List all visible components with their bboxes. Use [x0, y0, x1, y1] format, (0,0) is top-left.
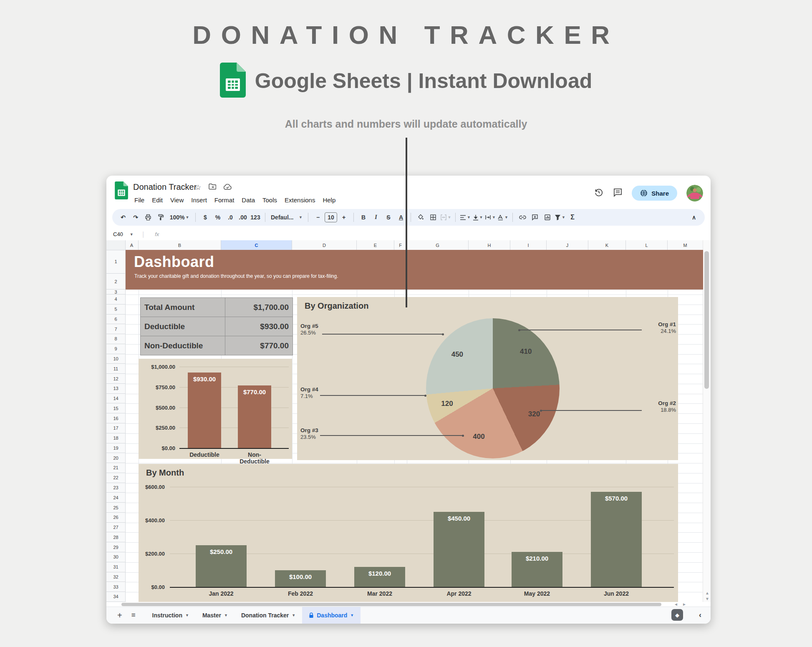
column-header-J[interactable]: J	[547, 240, 588, 250]
row-header-11[interactable]: 11	[106, 364, 126, 374]
share-button[interactable]: Share	[632, 186, 677, 201]
text-rotation-button[interactable]: ▼	[497, 211, 509, 223]
row-header-17[interactable]: 17	[106, 423, 126, 433]
star-icon[interactable]: ☆	[195, 183, 201, 192]
account-avatar[interactable]	[686, 185, 703, 201]
italic-button[interactable]: I	[370, 211, 382, 223]
horizontal-scrollbar-thumb[interactable]	[121, 603, 661, 606]
sheet-tab-donation-tracker[interactable]: Donation Tracker▼	[235, 607, 302, 624]
format-percent-button[interactable]: %	[212, 211, 224, 223]
vertical-scrollbar[interactable]: ▲ ▼	[703, 240, 711, 602]
bar-Jan 2022[interactable]: $250.00	[196, 545, 247, 587]
bar-May 2022[interactable]: $210.00	[512, 552, 562, 587]
scroll-left-icon[interactable]: ◄	[674, 602, 678, 607]
column-header-L[interactable]: L	[626, 240, 668, 250]
row-header-28[interactable]: 28	[106, 532, 126, 542]
select-all-corner[interactable]	[106, 240, 126, 250]
spreadsheet-grid[interactable]: ABCDEFGHIJKLM 12345678910111213141516171…	[106, 240, 711, 602]
undo-button[interactable]: ↶	[117, 211, 129, 223]
column-header-C[interactable]: C	[221, 240, 292, 250]
sheet-tab-instruction[interactable]: Instruction▼	[146, 607, 196, 624]
bar-Apr 2022[interactable]: $450.00	[434, 512, 484, 587]
organization-pie-chart[interactable]: By Organization 410320400120450Org #124.…	[297, 297, 678, 460]
merge-cells-button[interactable]: ▼	[440, 211, 451, 223]
move-folder-icon[interactable]	[209, 184, 216, 192]
strikethrough-button[interactable]: S	[383, 211, 394, 223]
version-history-icon[interactable]	[594, 187, 604, 199]
column-header-A[interactable]: A	[125, 240, 139, 250]
sheets-app-icon[interactable]	[115, 181, 128, 201]
number-format-button[interactable]: 123	[250, 211, 261, 223]
deductible-chart[interactable]: $1,000.00$750.00$500.00$250.00$0.00$930.…	[139, 359, 292, 459]
sheet-tab-dashboard[interactable]: Dashboard▼	[302, 607, 361, 624]
row-header-6[interactable]: 6	[106, 315, 126, 325]
row-header-4[interactable]: 4	[106, 295, 126, 305]
row-header-34[interactable]: 34	[106, 592, 126, 602]
menu-edit[interactable]: Edit	[148, 195, 166, 205]
horizontal-align-button[interactable]: ▼	[459, 211, 471, 223]
scroll-right-icon[interactable]: ►	[682, 602, 686, 607]
name-box[interactable]: C40▼	[106, 231, 142, 237]
menu-view[interactable]: View	[166, 195, 187, 205]
font-family-select[interactable]: Defaul...▼	[269, 211, 304, 223]
paint-format-button[interactable]	[155, 211, 166, 223]
bar-Non-Deductible[interactable]: $770.00	[238, 385, 271, 448]
row-header-2[interactable]: 2	[106, 274, 126, 290]
row-header-32[interactable]: 32	[106, 572, 126, 582]
functions-button[interactable]: Σ	[567, 211, 578, 223]
document-title[interactable]: Donation Tracker	[133, 182, 197, 192]
menu-data[interactable]: Data	[238, 195, 259, 205]
all-sheets-button[interactable]: ≡	[131, 611, 136, 619]
scroll-down-icon[interactable]: ▼	[705, 597, 709, 601]
column-header-G[interactable]: G	[407, 240, 469, 250]
column-header-F[interactable]: F	[394, 240, 407, 250]
comments-icon[interactable]	[613, 188, 623, 199]
vertical-align-button[interactable]: ▼	[472, 211, 484, 223]
bar-Mar 2022[interactable]: $120.00	[354, 567, 405, 587]
row-header-10[interactable]: 10	[106, 354, 126, 364]
menu-format[interactable]: Format	[211, 195, 238, 205]
print-button[interactable]	[142, 211, 154, 223]
row-header-25[interactable]: 25	[106, 503, 126, 513]
bar-Jun 2022[interactable]: $570.00	[591, 492, 642, 587]
increase-decimal-button[interactable]: .00	[237, 211, 249, 223]
insert-comment-button[interactable]	[529, 211, 541, 223]
menu-file[interactable]: File	[131, 195, 148, 205]
row-header-27[interactable]: 27	[106, 523, 126, 533]
row-header-21[interactable]: 21	[106, 463, 126, 473]
explore-button[interactable]: ◆	[671, 609, 683, 621]
row-header-14[interactable]: 14	[106, 394, 126, 404]
decrease-decimal-button[interactable]: .0	[224, 211, 236, 223]
row-header-7[interactable]: 7	[106, 324, 126, 334]
row-header-33[interactable]: 33	[106, 582, 126, 592]
sheet-tab-master[interactable]: Master▼	[196, 607, 235, 624]
text-wrap-button[interactable]: ▼	[484, 211, 496, 223]
bar-Deductible[interactable]: $930.00	[188, 373, 221, 448]
toolbar-collapse-button[interactable]: ∧	[688, 211, 700, 223]
increase-font-size-button[interactable]: +	[338, 211, 350, 223]
row-header-24[interactable]: 24	[106, 493, 126, 503]
monthly-chart[interactable]: By Month $600.00$400.00$200.00$0.00$250.…	[139, 464, 678, 602]
column-header-M[interactable]: M	[668, 240, 703, 250]
vertical-scrollbar-thumb[interactable]	[704, 251, 709, 389]
zoom-select[interactable]: 100%▼	[167, 211, 192, 223]
filter-button[interactable]: ▼	[554, 211, 566, 223]
row-header-3[interactable]: 3	[106, 290, 126, 295]
row-header-1[interactable]: 1	[106, 250, 126, 274]
menu-help[interactable]: Help	[319, 195, 339, 205]
row-header-31[interactable]: 31	[106, 562, 126, 572]
bar-Feb 2022[interactable]: $100.00	[275, 570, 326, 587]
row-header-23[interactable]: 23	[106, 483, 126, 493]
row-header-12[interactable]: 12	[106, 374, 126, 384]
row-header-18[interactable]: 18	[106, 433, 126, 443]
menu-extensions[interactable]: Extensions	[281, 195, 319, 205]
row-header-30[interactable]: 30	[106, 552, 126, 562]
hide-panel-chevron[interactable]: ‹	[699, 611, 701, 619]
row-header-22[interactable]: 22	[106, 473, 126, 483]
column-header-E[interactable]: E	[357, 240, 394, 250]
row-header-19[interactable]: 19	[106, 443, 126, 453]
redo-button[interactable]: ↷	[130, 211, 141, 223]
pie[interactable]	[426, 318, 560, 458]
column-header-D[interactable]: D	[292, 240, 357, 250]
font-size-input[interactable]: 10	[325, 212, 337, 222]
